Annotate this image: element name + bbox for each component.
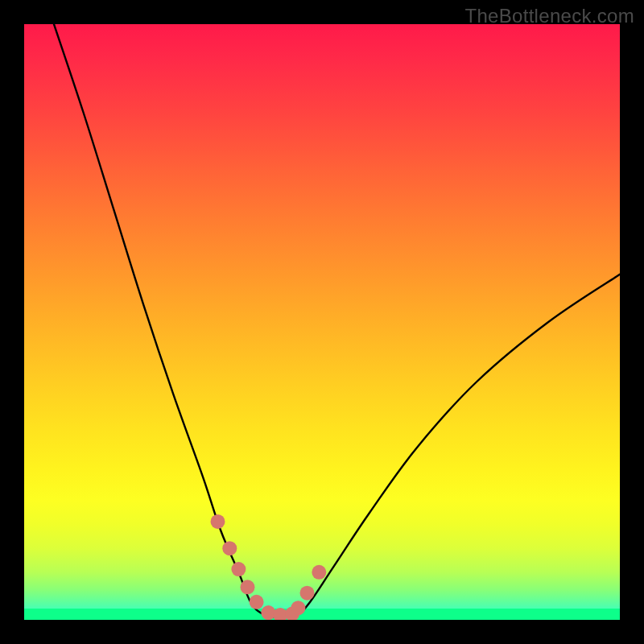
curve-marker [222,541,237,555]
curve-marker [312,565,326,580]
curve-marker [231,562,246,576]
bottleneck-curve-svg [24,24,620,620]
curve-marker [261,605,275,620]
watermark-text: TheBottleneck.com [464,5,634,27]
chart-plot-area [24,24,620,620]
curve-marker [250,595,264,609]
curve-marker [241,580,255,594]
curve-marker [291,601,305,615]
bottleneck-curve-path [54,24,620,617]
curve-marker [300,586,315,601]
curve-marker [211,514,225,529]
